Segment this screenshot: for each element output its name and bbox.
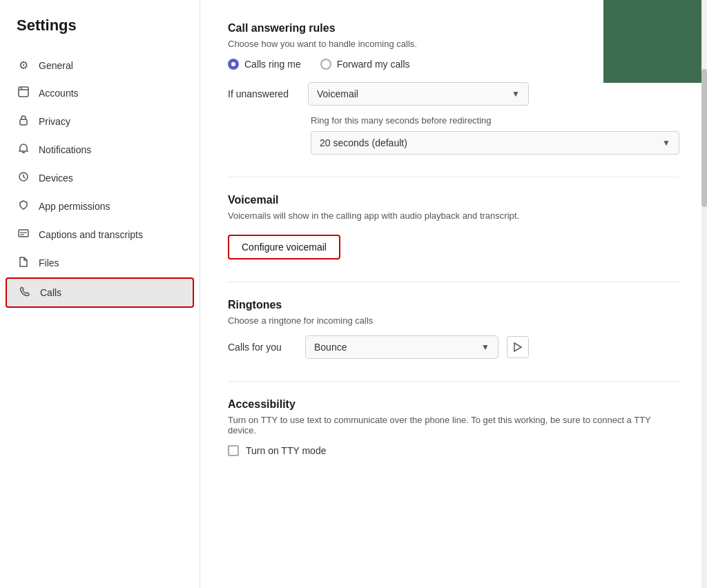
divider-1 [228,177,679,177]
sidebar-label-files: Files [39,257,59,268]
if-unanswered-row: If unanswered Voicemail ▼ [228,82,679,106]
tty-checkbox-label: Turn on TTY mode [246,445,326,456]
privacy-icon [17,115,30,128]
sidebar-label-general: General [39,60,73,71]
sidebar-item-notifications[interactable]: Notifications [6,136,194,164]
if-unanswered-label: If unanswered [228,88,297,99]
sidebar-label-accounts: Accounts [39,88,79,99]
sidebar-label-devices: Devices [39,173,73,184]
sidebar-label-notifications: Notifications [39,144,91,155]
ring-seconds-dropdown[interactable]: 20 seconds (default) ▼ [311,131,679,155]
notifications-icon [17,143,30,157]
ring-seconds-value: 20 seconds (default) [320,137,407,148]
if-unanswered-dropdown[interactable]: Voicemail ▼ [308,82,529,106]
accounts-icon [17,86,30,100]
calls-for-you-label: Calls for you [228,342,297,353]
svg-rect-3 [20,119,27,125]
radio-calls-ring-me-label: Calls ring me [244,59,301,70]
radio-forward-calls[interactable]: Forward my calls [320,59,410,70]
green-box-decoration [603,0,707,83]
ringtone-value: Bounce [314,342,347,353]
ringtone-dropdown[interactable]: Bounce ▼ [305,335,498,359]
files-icon [17,256,30,270]
radio-calls-ring-me[interactable]: Calls ring me [228,59,301,70]
svg-rect-5 [19,230,28,237]
ringtone-row: Calls for you Bounce ▼ [228,335,679,359]
scrollbar[interactable] [701,0,707,588]
accessibility-desc: Turn on TTY to use text to communicate o… [228,415,679,435]
voicemail-title: Voicemail [228,194,679,206]
sidebar-item-files[interactable]: Files [6,249,194,277]
sidebar-item-devices[interactable]: Devices [6,164,194,192]
ringtone-chevron-icon: ▼ [481,342,490,352]
radio-forward-calls-label: Forward my calls [337,59,410,70]
sidebar-item-app-permissions[interactable]: App permissions [6,193,194,220]
ring-seconds-chevron-icon: ▼ [662,138,670,148]
sidebar-item-calls[interactable]: Calls [6,277,194,308]
scrollbar-thumb[interactable] [701,69,707,207]
ringtone-play-button[interactable] [507,336,529,358]
sidebar-item-general[interactable]: ⚙ General [6,52,194,79]
configure-voicemail-button[interactable]: Configure voicemail [228,235,340,259]
ringtones-section: Ringtones Choose a ringtone for incoming… [228,299,679,359]
radio-calls-ring-me-circle[interactable] [228,59,239,70]
svg-rect-0 [19,87,28,97]
ring-seconds-label: Ring for this many seconds before redire… [311,115,679,126]
devices-icon [17,171,30,185]
sidebar-item-accounts[interactable]: Accounts [6,79,194,107]
voicemail-desc: Voicemails will show in the calling app … [228,210,679,221]
if-unanswered-value: Voicemail [317,88,358,99]
sidebar-label-calls: Calls [40,287,61,298]
app-permissions-icon [17,199,30,213]
captions-icon [17,228,30,242]
sidebar-label-privacy: Privacy [39,116,70,127]
sidebar-label-captions: Captions and transcripts [39,229,143,240]
ringtones-desc: Choose a ringtone for incoming calls [228,315,679,326]
tty-checkbox[interactable] [228,445,239,456]
accessibility-section: Accessibility Turn on TTY to use text to… [228,398,679,456]
divider-2 [228,282,679,282]
sidebar-item-privacy[interactable]: Privacy [6,108,194,135]
radio-forward-calls-circle[interactable] [320,59,331,70]
accessibility-title: Accessibility [228,398,679,411]
sidebar: Settings ⚙ General Accounts Privacy [0,0,200,588]
divider-3 [228,381,679,382]
calls-icon [18,286,32,300]
settings-title: Settings [0,17,200,51]
ringtones-title: Ringtones [228,299,679,311]
general-icon: ⚙ [17,59,30,72]
sidebar-item-captions[interactable]: Captions and transcripts [6,221,194,248]
if-unanswered-chevron-icon: ▼ [512,89,520,99]
sidebar-label-app-permissions: App permissions [39,201,110,212]
voicemail-section: Voicemail Voicemails will show in the ca… [228,194,679,259]
main-content: Call answering rules Choose how you want… [200,0,707,588]
tty-checkbox-row[interactable]: Turn on TTY mode [228,445,679,456]
